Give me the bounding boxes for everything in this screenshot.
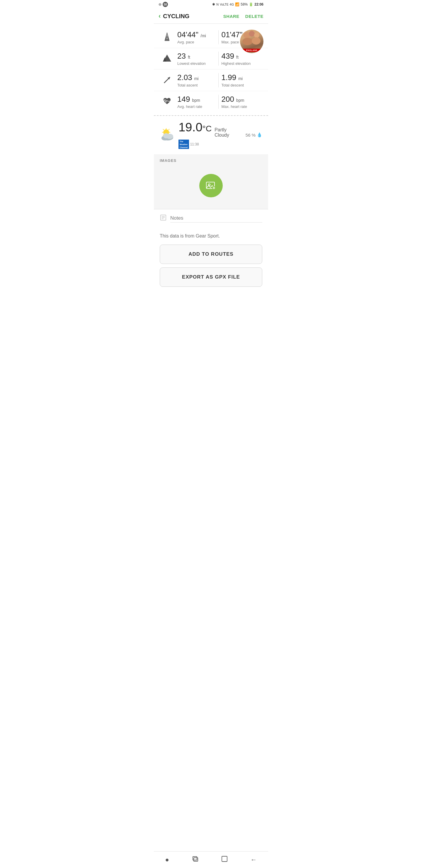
heart-rate-stats: 149 bpm Avg. heart rate 200 bpm Max. hea… bbox=[174, 95, 262, 109]
share-button[interactable]: SHARE bbox=[223, 14, 239, 19]
weather-source: TheWeatherChannel 11:38 bbox=[178, 140, 242, 149]
svg-line-19 bbox=[168, 129, 169, 130]
avg-pace: 04'44" /mi Avg. pace bbox=[174, 30, 218, 44]
avg-heart-rate-value: 149 bpm bbox=[177, 95, 216, 104]
weather-channel-logo: TheWeatherChannel bbox=[178, 140, 189, 149]
highest-elevation-value: 439 ft bbox=[222, 52, 260, 61]
page-title: CYCLING bbox=[163, 13, 189, 20]
status-left: ⊖ 58 bbox=[159, 2, 168, 7]
highest-elevation: 439 ft Highest elevation bbox=[218, 52, 263, 66]
highest-elevation-label: Highest elevation bbox=[222, 61, 260, 66]
lowest-elevation: 23 ft Lowest elevation bbox=[174, 52, 218, 66]
weather-icon bbox=[160, 127, 175, 143]
do-not-disturb-icon: ⊖ bbox=[159, 2, 161, 6]
notes-icon bbox=[160, 214, 167, 223]
max-heart-rate: 200 bpm Max. heart rate bbox=[218, 95, 263, 109]
page-header: ‹ CYCLING SHARE DELETE bbox=[154, 9, 268, 24]
home-nav-button[interactable]: ● bbox=[165, 856, 169, 864]
total-descent: 1.99 mi Total descent bbox=[218, 73, 263, 87]
weather-time: 11:38 bbox=[190, 142, 199, 146]
status-right: ✱ N VoLTE 4G 📶 58% 🔋 22:06 bbox=[212, 2, 263, 6]
svg-rect-7 bbox=[166, 38, 168, 39]
weather-temperature: 19.0°C bbox=[178, 121, 212, 133]
total-ascent: 2.03 mi Total ascent bbox=[174, 73, 218, 87]
max-heart-rate-value: 200 bpm bbox=[222, 95, 260, 104]
mountain-icon bbox=[160, 53, 174, 63]
signal-icon: 📶 bbox=[235, 2, 239, 6]
time-display: 22:06 bbox=[254, 2, 263, 6]
network-icon: 4G bbox=[230, 3, 234, 6]
home-button[interactable] bbox=[221, 856, 228, 864]
nfc-icon: N bbox=[216, 3, 219, 6]
stats-section: 04'44" /mi Avg. pace 01'47" /mi Max. pac… bbox=[154, 24, 268, 115]
notification-badge: 58 bbox=[163, 2, 168, 7]
total-descent-value: 1.99 mi bbox=[222, 73, 260, 82]
action-buttons: ADD TO ROUTES EXPORT AS GPX FILE bbox=[154, 242, 268, 293]
svg-rect-35 bbox=[194, 858, 198, 861]
weather-condition: Partly Cloudy bbox=[215, 127, 242, 138]
data-source-text: This data is from Gear Sport. bbox=[154, 227, 268, 242]
weather-humidity: 56 % 💧 bbox=[246, 132, 262, 137]
total-ascent-label: Total ascent bbox=[177, 83, 216, 87]
ascent-stats: 2.03 mi Total ascent 1.99 mi Total desce… bbox=[174, 73, 262, 87]
images-section-header: IMAGES bbox=[154, 154, 268, 165]
bottom-navigation: ● ← bbox=[154, 851, 268, 868]
add-photo-icon bbox=[205, 180, 217, 191]
total-ascent-value: 2.03 mi bbox=[177, 73, 216, 82]
header-left: ‹ CYCLING bbox=[159, 12, 189, 20]
add-to-routes-button[interactable]: ADD TO ROUTES bbox=[160, 245, 262, 264]
svg-line-17 bbox=[163, 129, 164, 130]
lowest-elevation-value: 23 ft bbox=[177, 52, 216, 61]
lowest-elevation-label: Lowest elevation bbox=[177, 61, 216, 66]
header-actions: SHARE DELETE bbox=[223, 14, 263, 19]
heart-rate-icon bbox=[160, 96, 174, 106]
svg-rect-36 bbox=[222, 856, 227, 862]
avg-pace-label: Avg. pace bbox=[177, 40, 216, 44]
battery-level: 58% bbox=[240, 2, 248, 6]
svg-rect-6 bbox=[166, 37, 168, 37]
svg-rect-5 bbox=[166, 35, 168, 35]
ascent-icon bbox=[160, 74, 174, 85]
export-gpx-button[interactable]: EXPORT AS GPX FILE bbox=[160, 268, 262, 287]
road-icon bbox=[160, 31, 174, 42]
avg-heart-rate: 149 bpm Avg. heart rate bbox=[174, 95, 218, 109]
delete-button[interactable]: DELETE bbox=[245, 14, 263, 19]
back-button[interactable]: ← bbox=[250, 856, 257, 864]
max-heart-rate-label: Max. heart rate bbox=[222, 104, 260, 109]
status-bar: ⊖ 58 ✱ N VoLTE 4G 📶 58% 🔋 22:06 bbox=[154, 0, 268, 9]
notes-section bbox=[154, 209, 268, 227]
ascent-row: 2.03 mi Total ascent 1.99 mi Total desce… bbox=[154, 69, 268, 91]
svg-point-24 bbox=[163, 133, 169, 138]
elevation-stats: 23 ft Lowest elevation 439 ft Highest el… bbox=[174, 52, 262, 66]
avg-heart-rate-label: Avg. heart rate bbox=[177, 104, 216, 109]
images-section bbox=[154, 165, 268, 209]
total-descent-label: Total descent bbox=[222, 83, 260, 87]
weather-info: 19.0°C Partly Cloudy TheWeatherChannel 1… bbox=[178, 121, 242, 149]
elevation-row: 23 ft Lowest elevation 439 ft Highest el… bbox=[154, 48, 268, 69]
humidity-icon: 💧 bbox=[257, 132, 262, 137]
heart-rate-row: 149 bpm Avg. heart rate 200 bpm Max. hea… bbox=[154, 91, 268, 112]
svg-rect-34 bbox=[193, 857, 197, 860]
battery-icon: 🔋 bbox=[249, 2, 253, 6]
pace-row: 04'44" /mi Avg. pace 01'47" /mi Max. pac… bbox=[154, 27, 268, 48]
volte-icon: VoLTE bbox=[220, 3, 228, 6]
avg-pace-value: 04'44" /mi bbox=[177, 30, 216, 39]
back-icon[interactable]: ‹ bbox=[159, 12, 161, 20]
weather-section: 19.0°C Partly Cloudy TheWeatherChannel 1… bbox=[154, 116, 268, 154]
notes-input[interactable] bbox=[170, 214, 262, 223]
recent-apps-button[interactable] bbox=[192, 856, 199, 864]
add-image-button[interactable] bbox=[199, 174, 223, 197]
bluetooth-icon: ✱ bbox=[212, 2, 215, 6]
